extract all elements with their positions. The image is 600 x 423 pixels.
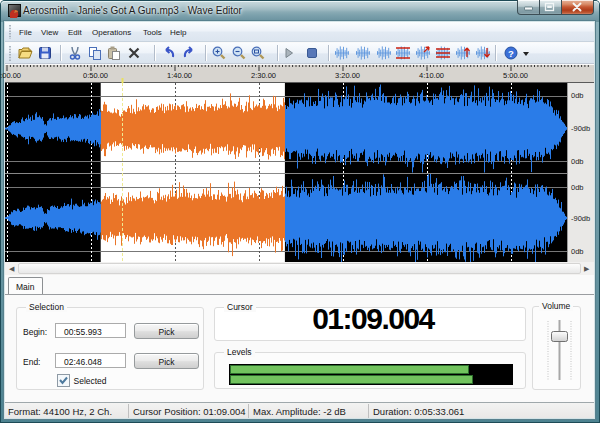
svg-text:?: ? bbox=[508, 48, 514, 59]
